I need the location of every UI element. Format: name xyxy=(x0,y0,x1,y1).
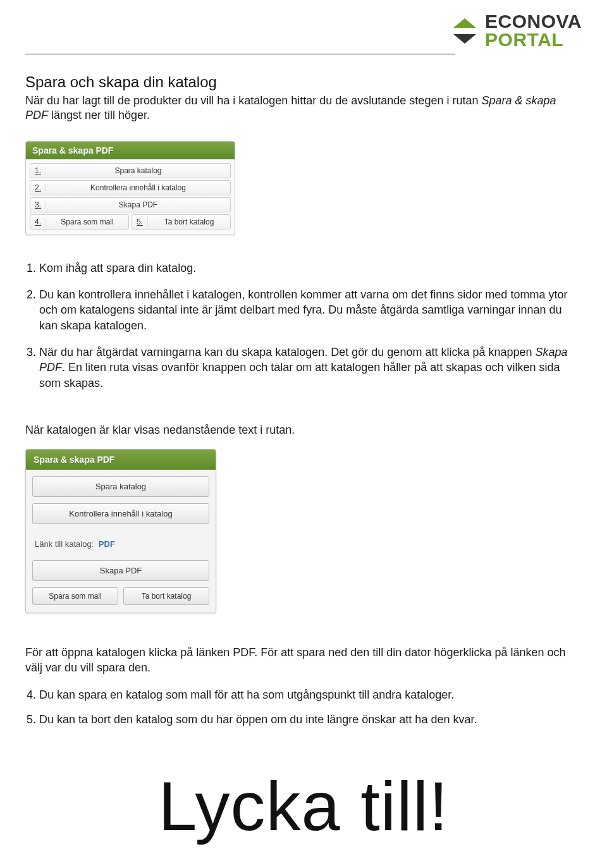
intro-text-a: När du har lagt till de produkter du vil… xyxy=(25,94,481,107)
step-row-1[interactable]: 1. Spara katalog xyxy=(30,163,231,178)
step-row-2[interactable]: 2. Kontrollera innehåll i katalog xyxy=(30,180,231,195)
step-number: 1. xyxy=(30,166,46,175)
kontrollera-button[interactable]: Kontrollera innehåll i katalog xyxy=(32,503,209,524)
ta-bort-katalog-button[interactable]: Ta bort katalog xyxy=(123,587,209,605)
step-number: 3. xyxy=(30,200,46,209)
list-item: När du har åtgärdat varningarna kan du s… xyxy=(39,345,582,391)
logo-icon xyxy=(451,17,479,45)
intro-paragraph: När du har lagt till de produkter du vil… xyxy=(25,94,569,123)
list-item: Du kan ta bort den katalog som du har öp… xyxy=(39,712,582,728)
step-row-4[interactable]: 4. Spara som mall xyxy=(30,214,129,229)
spara-katalog-button[interactable]: Spara katalog xyxy=(32,476,209,497)
svg-marker-1 xyxy=(453,34,476,44)
step-row-3[interactable]: 3. Skapa PDF xyxy=(30,197,231,212)
step-number: 5. xyxy=(132,217,148,226)
step-label: Skapa PDF xyxy=(46,200,230,209)
step-label: Ta bort katalog xyxy=(148,217,230,226)
step-label: Spara katalog xyxy=(46,166,230,175)
spara-som-mall-button[interactable]: Spara som mall xyxy=(32,587,118,605)
pdf-link[interactable]: PDF xyxy=(99,539,115,549)
spara-skapa-large-panel: Spara & skapa PDF Spara katalog Kontroll… xyxy=(25,449,216,613)
divider xyxy=(25,54,455,54)
pdf-link-row: Länk till katalog: PDF xyxy=(32,530,209,560)
finale-text: Lycka till! xyxy=(25,766,582,846)
list-item: Kom ihåg att spara din katalog. xyxy=(39,260,582,276)
tail-list: Du kan spara en katalog som mall för att… xyxy=(25,687,582,728)
step-label: Spara som mall xyxy=(46,217,128,226)
logo-line1: ECONOVA xyxy=(485,13,582,31)
intro-text-b: längst ner till höger. xyxy=(48,109,150,121)
step-number: 4. xyxy=(30,217,46,226)
panel-header: Spara & skapa PDF xyxy=(26,449,216,470)
step-number: 2. xyxy=(30,183,46,192)
list-item: Du kan spara en katalog som mall för att… xyxy=(39,687,582,703)
after-widget-paragraph: För att öppna katalogen klicka på länken… xyxy=(25,645,582,676)
panel-header: Spara & skapa PDF xyxy=(26,142,235,159)
logo: ECONOVA PORTAL xyxy=(451,13,582,49)
mid-paragraph: När katalogen är klar visas nedanstående… xyxy=(25,422,582,437)
step-label: Kontrollera innehåll i katalog xyxy=(46,183,230,192)
spara-skapa-small-panel: Spara & skapa PDF 1. Spara katalog 2. Ko… xyxy=(25,141,235,235)
instruction-list: Kom ihåg att spara din katalog. Du kan k… xyxy=(25,260,582,391)
page-header: ECONOVA PORTAL xyxy=(25,13,582,49)
link-label: Länk till katalog: xyxy=(35,539,94,549)
skapa-pdf-button[interactable]: Skapa PDF xyxy=(32,560,209,581)
li3-b: . En liten ruta visas ovanför knappen oc… xyxy=(39,361,560,389)
svg-marker-0 xyxy=(453,18,476,28)
section-title: Spara och skapa din katalog xyxy=(25,73,582,91)
logo-line2: PORTAL xyxy=(485,31,582,49)
list-item: Du kan kontrollera innehållet i kataloge… xyxy=(39,287,582,333)
step-row-5[interactable]: 5. Ta bort katalog xyxy=(132,214,231,229)
li3-a: När du har åtgärdat varningarna kan du s… xyxy=(39,346,536,358)
